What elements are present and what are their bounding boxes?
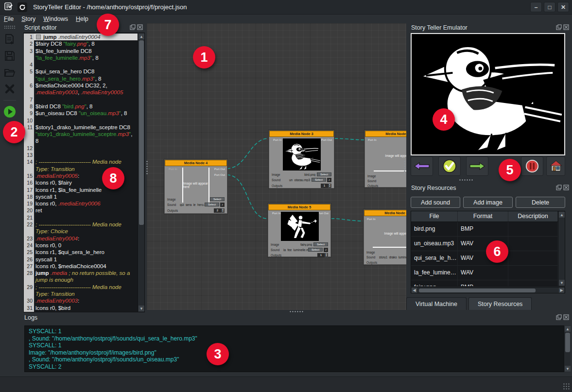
code-line[interactable]: 17lcons r1, $la_fee_luminelle: [24, 187, 138, 193]
outputs-value[interactable]: 1: [317, 253, 325, 257]
media-node-4-title[interactable]: Media Node 4: [165, 160, 227, 166]
code-line[interactable]: 18syscall 1: [24, 193, 138, 200]
speaker-icon[interactable]: ♪: [220, 203, 225, 207]
media-node-2-title[interactable]: Media Node 2: [365, 131, 406, 137]
scroll-right-icon[interactable]: ▶: [559, 288, 564, 293]
scroll-left-icon[interactable]: ◀: [412, 288, 417, 293]
close-panel-icon[interactable]: [563, 185, 569, 190]
cut-button[interactable]: [2, 82, 17, 96]
scroll-thumb[interactable]: [419, 289, 536, 292]
code-line[interactable]: 7: [24, 96, 138, 103]
code-line[interactable]: 23.mediaEntry0004:: [24, 235, 138, 242]
port-out[interactable]: Port Out: [321, 138, 332, 141]
scroll-down-icon[interactable]: ▼: [565, 366, 571, 372]
code-line[interactable]: 3$la_fee_luminelle DC8: [24, 48, 138, 54]
add-sound-button[interactable]: Add sound: [411, 197, 460, 208]
logs-scrollbar[interactable]: ▲ ▼: [564, 325, 571, 372]
menu-help[interactable]: Help: [72, 16, 92, 22]
media-node-6[interactable]: Media Node 6 Port In Image will appear h…: [364, 209, 406, 265]
emulator-home-button[interactable]: [546, 156, 565, 176]
code-line[interactable]: 20ret: [24, 207, 138, 214]
scroll-down-icon[interactable]: ▼: [559, 280, 565, 286]
media-node-2[interactable]: Media Node 2 Port In Image will appear h…: [364, 130, 406, 187]
spinner-arrows[interactable]: ▲▼: [328, 184, 331, 188]
outputs-value[interactable]: 2: [214, 208, 221, 213]
splitter-handle-left[interactable]: [146, 160, 149, 175]
outputs-value[interactable]: 1: [321, 184, 328, 188]
code-line[interactable]: 32lcons r1, $un_oiseau: [24, 311, 138, 312]
media-node-3-title[interactable]: Media Node 3: [269, 131, 334, 137]
emulator-back-button[interactable]: [411, 156, 433, 176]
maximize-button[interactable]: □: [544, 2, 555, 12]
select-sound-button[interactable]: Select: [205, 203, 219, 206]
log-output[interactable]: SYSCALL: 1, Sound: "/home/anthony/ostpro…: [24, 325, 565, 372]
tab-virtual-machine[interactable]: Virtual Machine: [406, 297, 467, 310]
code-line[interactable]: 24lcons r0, 0: [24, 242, 138, 249]
code-line[interactable]: Type: Choice: [24, 228, 138, 235]
code-line[interactable]: 8: [24, 137, 138, 144]
col-description[interactable]: Description: [508, 211, 558, 222]
port-out[interactable]: Port Out: [318, 212, 329, 215]
emulator-pause-button[interactable]: [521, 156, 543, 176]
code-line[interactable]: "story1_drako_luminelle_sceptre.mp3",: [24, 131, 138, 137]
port-in[interactable]: Port In: [273, 138, 282, 141]
code-line[interactable]: 11$story1_drako_luminelle_sceptre DC8: [24, 124, 138, 131]
code-line[interactable]: 21: [24, 214, 138, 221]
media-node-5-title[interactable]: Media Node 5: [268, 204, 330, 210]
minimize-button[interactable]: –: [530, 2, 542, 12]
menu-story[interactable]: Story: [17, 16, 39, 22]
code-line[interactable]: 19lcons r0, .mediaEntry0006: [24, 200, 138, 207]
close-button[interactable]: ✕: [557, 2, 569, 12]
code-line[interactable]: 6$mediaChoice0004 DC32, 2,: [24, 82, 138, 89]
media-node-6-title[interactable]: Media Node 6: [364, 210, 406, 216]
code-line[interactable]: 8$bird DC8 "bird.png", 8: [24, 103, 138, 110]
dock-handle[interactable]: [459, 179, 473, 182]
col-format[interactable]: Format: [458, 211, 508, 222]
media-node-5[interactable]: Media Node 5 Port In Port Out Image fair…: [268, 204, 331, 257]
code-line[interactable]: jump is enough: [24, 276, 138, 283]
scroll-thumb[interactable]: [565, 333, 570, 352]
code-line[interactable]: 12: [24, 145, 138, 152]
port-in[interactable]: Port In: [272, 212, 281, 215]
code-line[interactable]: 30.mediaEntry0003:: [24, 297, 138, 304]
port-out-1[interactable]: Port Out: [214, 168, 225, 170]
code-editor[interactable]: 1jump .mediaEntry00042$fairy DC8 "fairy.…: [23, 33, 145, 312]
select-image-button[interactable]: Select: [313, 242, 328, 246]
menu-file[interactable]: File: [0, 16, 17, 22]
spinner-arrows[interactable]: ▲▼: [325, 253, 328, 257]
float-panel-icon[interactable]: [556, 24, 562, 30]
code-line[interactable]: 2$fairy DC8 "fairy.png", 8: [24, 40, 138, 47]
code-line[interactable]: Type: Transition: [24, 290, 138, 297]
table-vscrollbar[interactable]: ▲ ▼: [558, 211, 565, 286]
spinner-arrows[interactable]: ▲▼: [221, 208, 225, 213]
float-panel-icon[interactable]: [130, 24, 136, 30]
scroll-thumb[interactable]: [139, 40, 144, 225]
code-line[interactable]: 1jump .mediaEntry0004: [24, 34, 138, 40]
code-line[interactable]: "qui_sera_le_hero.mp3", 8: [24, 75, 138, 82]
code-line[interactable]: 9$un_oiseau DC8 "un_oiseau.mp3", 8: [24, 110, 138, 117]
select-image-button[interactable]: Select: [210, 197, 225, 201]
close-panel-icon[interactable]: [563, 314, 569, 320]
close-panel-icon[interactable]: [137, 24, 143, 30]
scroll-down-icon[interactable]: ▼: [139, 306, 144, 311]
script-editor-scrollbar[interactable]: ▲ ▼: [138, 33, 144, 312]
scroll-up-icon[interactable]: ▲: [559, 212, 565, 218]
port-out-2[interactable]: Port Out: [214, 173, 225, 176]
port-in[interactable]: Port In: [367, 218, 376, 221]
select-sound-button[interactable]: Select: [312, 178, 326, 182]
table-row[interactable]: fairy.pngBMP: [411, 280, 558, 287]
table-row[interactable]: qui_sera_le_h…WAV: [411, 251, 558, 266]
delete-button[interactable]: Delete: [516, 197, 565, 208]
scroll-up-icon[interactable]: ▲: [565, 326, 571, 332]
code-line[interactable]: 26syscall 1: [24, 256, 138, 263]
speaker-icon[interactable]: ♪: [327, 178, 331, 182]
code-line[interactable]: 25lcons r1, $qui_sera_le_hero: [24, 249, 138, 256]
add-image-button[interactable]: Add image: [463, 197, 513, 208]
table-row[interactable]: bird.pngBMP: [411, 222, 558, 237]
emulator-ok-button[interactable]: [438, 156, 461, 176]
float-panel-icon[interactable]: [556, 314, 562, 320]
table-hscrollbar[interactable]: ◀ ▶: [411, 287, 565, 293]
run-button[interactable]: [2, 104, 17, 119]
code-line[interactable]: 14; ---------------------------- Media n…: [24, 158, 138, 165]
code-line[interactable]: .mediaEntry0003, .mediaEntry0005: [24, 89, 138, 96]
